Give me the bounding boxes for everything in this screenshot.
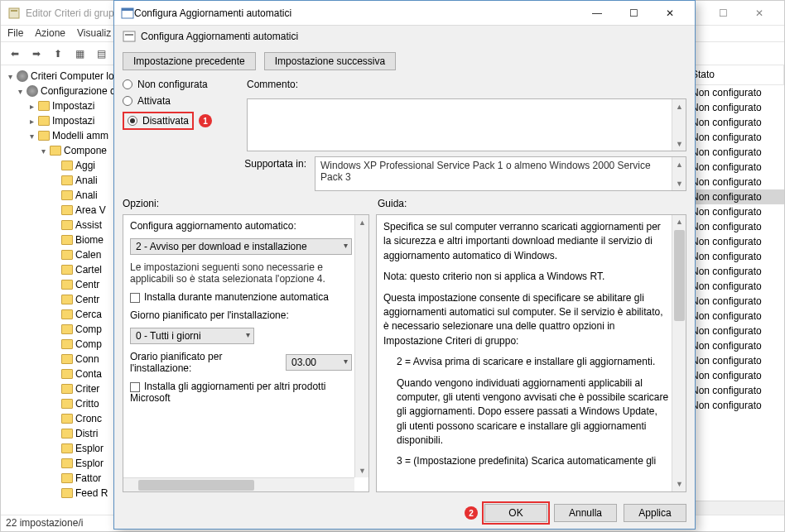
svg-rect-5 [125, 34, 133, 36]
opt-chk2-row[interactable]: Installa gli aggiornamenti per altri pro… [130, 381, 352, 404]
options-hscroll[interactable] [123, 477, 354, 491]
state-cell[interactable]: Non configurato [685, 279, 784, 294]
radio-disabled-highlight: Disattivata [123, 112, 194, 130]
state-cell[interactable]: Non configurato [685, 368, 784, 383]
folder-icon [61, 339, 73, 349]
state-cell[interactable]: Non configurato [685, 338, 784, 353]
dlg-min-button[interactable]: — [579, 2, 615, 25]
main-close-button[interactable]: ✕ [741, 2, 778, 25]
state-cell[interactable]: Non configurato [685, 160, 784, 175]
tb-back-icon[interactable]: ⬅ [6, 45, 24, 63]
tree-leaf-label: Aggi [75, 160, 95, 171]
scroll-down-icon[interactable]: ▼ [672, 477, 686, 491]
radio-column: Non configurata Attivata Disattivata 1 [123, 79, 230, 151]
opt-config-select[interactable]: 2 - Avviso per download e installazione [130, 238, 352, 255]
vscroll[interactable]: ▲▼ [672, 215, 686, 491]
tree-leaf-label: Comp [75, 324, 102, 335]
state-cell[interactable]: Non configurato [685, 309, 784, 324]
opt-day-select[interactable]: 0 - Tutti i giorni [130, 328, 254, 344]
state-cell[interactable]: Non configurato [685, 175, 784, 189]
vscroll[interactable]: ▲▼ [672, 157, 686, 190]
folder-icon [61, 384, 73, 394]
cancel-button[interactable]: Annulla [554, 504, 617, 522]
tb-props-icon[interactable]: ▦ [70, 45, 89, 63]
dlg-close-button[interactable]: ✕ [652, 2, 688, 25]
state-cell[interactable]: Non configurato [685, 145, 784, 160]
state-cell[interactable]: Non configurato [685, 234, 784, 249]
opt-day-label: Giorno pianificato per l'installazione: [130, 309, 352, 321]
scroll-down-icon[interactable]: ▼ [672, 176, 686, 190]
radio-not-configured[interactable]: Non configurata [123, 79, 230, 90]
hscroll-thumb[interactable] [138, 480, 254, 491]
menu-view[interactable]: Visualiz [77, 27, 111, 40]
state-cell[interactable]: Non configurato [685, 249, 784, 264]
state-cell[interactable]: Non configurato [685, 219, 784, 234]
scroll-down-icon[interactable]: ▼ [672, 137, 686, 151]
prev-setting-button[interactable]: Impostazione precedente [123, 52, 256, 70]
state-cell[interactable]: Non configurato [685, 383, 784, 398]
col-state[interactable]: Stato [685, 65, 784, 84]
tree-leaf-label: Anali [75, 175, 98, 186]
ok-button[interactable]: OK [484, 504, 547, 522]
state-cell[interactable]: Non configurato [685, 353, 784, 368]
scroll-up-icon[interactable]: ▲ [672, 215, 686, 229]
opt-time-select[interactable]: 03.00 [286, 354, 352, 371]
dlg-title: Configura Aggiornamenti automatici [134, 7, 579, 19]
tb-fwd-icon[interactable]: ➡ [27, 45, 46, 63]
svg-rect-0 [9, 8, 19, 18]
select-value: 0 - Tutti i giorni [136, 330, 201, 342]
scroll-up-icon[interactable]: ▲ [355, 215, 369, 229]
state-cell[interactable]: Non configurato [685, 294, 784, 309]
vscroll[interactable]: ▲▼ [354, 215, 368, 477]
tree-leaf-label: Calen [75, 249, 101, 261]
tree-leaf-label: Assist [75, 219, 102, 231]
apply-button[interactable]: Applica [624, 504, 686, 522]
svg-rect-4 [123, 31, 135, 41]
state-cell[interactable]: Non configurato [685, 398, 784, 413]
dlg-titlebar: Configura Aggiornamenti automatici — ☐ ✕ [114, 1, 695, 26]
state-cell[interactable]: Non configurato [685, 189, 784, 204]
status-text: 22 impostazione/i [6, 517, 83, 529]
vscroll[interactable]: ▲▼ [672, 99, 686, 151]
state-cell[interactable]: Non configurato [685, 115, 784, 130]
tree-leaf-label: Area V [75, 204, 106, 216]
radio-area: Non configurata Attivata Disattivata 1 C… [114, 79, 695, 151]
tree-item-label: Modelli amm [52, 130, 108, 141]
dlg-title-icon [121, 7, 134, 20]
folder-icon [61, 458, 73, 468]
folder-icon [61, 354, 73, 364]
comment-textarea[interactable]: ▲▼ [247, 98, 686, 151]
state-cell[interactable]: Non configurato [685, 204, 784, 219]
menu-file[interactable]: File [7, 27, 23, 40]
tb-list-icon[interactable]: ▤ [92, 45, 110, 63]
tree-leaf-label: Comp [75, 338, 102, 350]
menu-action[interactable]: Azione [35, 27, 65, 40]
state-cell[interactable]: Non configurato [685, 130, 784, 145]
scroll-down-icon[interactable]: ▼ [355, 463, 369, 477]
tree-root-label: Criteri Computer loc [31, 70, 119, 82]
next-setting-button[interactable]: Impostazione successiva [264, 52, 396, 70]
tree-leaf-label: Centr [75, 294, 99, 305]
opt-chk1-row[interactable]: Installa durante manutenzione automatica [130, 291, 352, 303]
vscroll-thumb[interactable] [674, 230, 685, 321]
scroll-up-icon[interactable]: ▲ [672, 157, 686, 171]
main-max-button[interactable]: ☐ [705, 2, 741, 25]
guide-p: 3 = (Impostazione predefinita) Scarica a… [383, 454, 669, 468]
state-cell[interactable]: Non configurato [685, 100, 784, 115]
state-cell[interactable]: Non configurato [685, 264, 784, 279]
dlg-subtitle-row: Configura Aggiornamenti automatici [114, 26, 695, 47]
state-cell[interactable]: Non configurato [685, 324, 784, 338]
annotation-badge-2: 2 [465, 506, 478, 520]
radio-disabled[interactable]: Disattivata [128, 115, 189, 127]
tree-leaf-label: Anali [75, 189, 98, 201]
radio-enabled[interactable]: Attivata [123, 95, 230, 107]
folder-icon [61, 488, 73, 498]
supported-box: Windows XP Professional Service Pack 1 o… [315, 156, 686, 191]
tree-leaf-label: Centr [75, 279, 99, 290]
tb-up-icon[interactable]: ⬆ [49, 45, 67, 63]
state-cell[interactable]: Non configurato [685, 85, 784, 100]
scroll-up-icon[interactable]: ▲ [672, 99, 686, 113]
dlg-max-button[interactable]: ☐ [615, 2, 652, 25]
folder-icon [61, 235, 73, 245]
supported-row: Supportata in: Windows XP Professional S… [114, 151, 695, 198]
